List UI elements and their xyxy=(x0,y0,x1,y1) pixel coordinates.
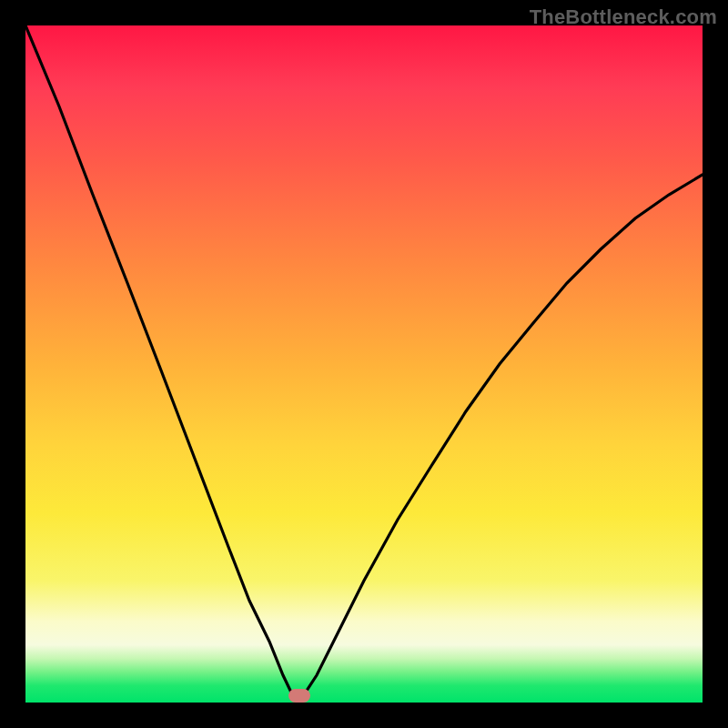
chart-frame: TheBottleneck.com xyxy=(0,0,728,728)
bottleneck-curve xyxy=(25,25,703,703)
min-marker xyxy=(288,689,310,703)
plot-area xyxy=(25,25,703,703)
watermark-text: TheBottleneck.com xyxy=(530,5,717,29)
curve-layer xyxy=(25,25,703,703)
